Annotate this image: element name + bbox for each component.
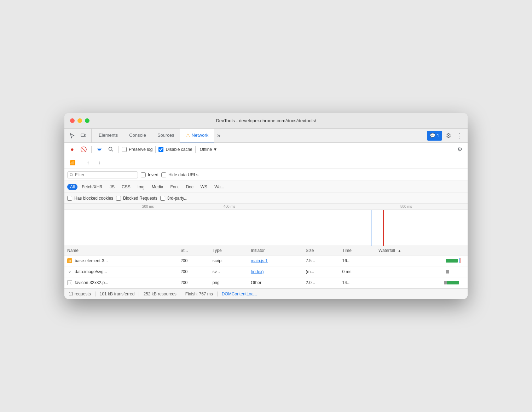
- disable-cache-checkbox[interactable]: [158, 147, 163, 152]
- type-filter-bar: All Fetch/XHR JS CSS Img Media Font Doc …: [64, 181, 468, 193]
- tab-more-btn[interactable]: »: [214, 129, 223, 142]
- blue-line: [371, 210, 371, 246]
- preserve-log-label[interactable]: Preserve log: [122, 147, 152, 152]
- tab-elements[interactable]: Elements: [93, 129, 123, 142]
- type-btn-font[interactable]: Font: [167, 184, 181, 190]
- block-btn[interactable]: 🚫: [79, 145, 88, 154]
- dots-icon: ⋮: [457, 132, 463, 140]
- col-waterfall[interactable]: Waterfall ▲: [376, 246, 468, 255]
- row-initiator-cell: (index): [248, 266, 303, 277]
- filter-icon: [97, 147, 102, 152]
- blocked-requests-label[interactable]: Blocked Requests: [116, 196, 157, 201]
- toolbar-divider-2: [118, 146, 119, 153]
- traffic-lights: [70, 118, 89, 123]
- filter-input-wrap[interactable]: [67, 171, 138, 178]
- upload-icon: ↑: [87, 160, 89, 165]
- timeline-ruler: 200 ms 400 ms 800 ms: [64, 204, 468, 210]
- table-row[interactable]: ⊕ base-element-3... 200 script main.js:1…: [64, 255, 468, 266]
- search-icon: [108, 147, 114, 152]
- invert-label[interactable]: Invert: [141, 172, 158, 177]
- cursor-icon-btn[interactable]: [67, 131, 77, 141]
- tick-400ms: 400 ms: [224, 205, 235, 208]
- has-blocked-cookies-checkbox[interactable]: [67, 196, 72, 201]
- col-time: Time: [340, 246, 376, 255]
- col-initiator: Initiator: [248, 246, 303, 255]
- timeline-graph: [64, 210, 468, 246]
- type-btn-all[interactable]: All: [67, 184, 77, 190]
- row-size-cell: 2.0...: [303, 277, 339, 288]
- type-btn-js[interactable]: JS: [107, 184, 117, 190]
- wf-blue-line: [459, 258, 459, 263]
- minimize-button[interactable]: [77, 118, 82, 123]
- svg-line-6: [72, 175, 73, 176]
- table-row[interactable]: □ favicon-32x32.p... 200 png Other 2.0..…: [64, 277, 468, 288]
- status-divider-2: [139, 292, 139, 296]
- row-size-cell: (m...: [303, 266, 339, 277]
- third-party-label[interactable]: 3rd-party...: [160, 196, 187, 201]
- dom-content-loaded[interactable]: DOMContentLoa...: [222, 292, 257, 296]
- toolbar-row-2: 📶 ↑ ↓: [64, 156, 468, 169]
- type-btn-fetch[interactable]: Fetch/XHR: [79, 184, 105, 190]
- svg-rect-1: [85, 135, 86, 136]
- third-party-checkbox[interactable]: [160, 196, 165, 201]
- row-waterfall-cell: [376, 277, 468, 288]
- row-waterfall-cell: [376, 266, 468, 277]
- col-name: Name: [64, 246, 178, 255]
- wifi-btn[interactable]: 📶: [67, 158, 77, 167]
- maximize-button[interactable]: [85, 118, 89, 123]
- upload-btn[interactable]: ↑: [83, 158, 93, 167]
- row-name-cell: ▿ data:image/svg...: [64, 266, 178, 277]
- status-requests: 11 requests: [69, 292, 91, 296]
- disable-cache-label[interactable]: Disable cache: [158, 147, 192, 152]
- hide-data-urls-checkbox[interactable]: [161, 172, 166, 177]
- tab-console[interactable]: Console: [123, 129, 152, 142]
- devtools-more-btn[interactable]: ⋮: [455, 131, 465, 141]
- block-icon: 🚫: [80, 146, 87, 153]
- toolbar-divider-4: [195, 146, 196, 153]
- row-status-cell: 200: [178, 266, 210, 277]
- close-button[interactable]: [70, 118, 75, 123]
- devtools-settings-btn[interactable]: ⚙: [444, 131, 453, 141]
- record-icon: ●: [70, 146, 74, 153]
- type-btn-media[interactable]: Media: [149, 184, 166, 190]
- filter-btn[interactable]: [94, 145, 104, 154]
- type-btn-img[interactable]: Img: [135, 184, 148, 190]
- filter-input[interactable]: [75, 172, 135, 177]
- network-settings-btn[interactable]: ⚙: [455, 145, 465, 154]
- table-body: ⊕ base-element-3... 200 script main.js:1…: [64, 255, 468, 288]
- window-title: DevTools - developer.chrome.com/docs/dev…: [216, 118, 316, 123]
- download-btn[interactable]: ↓: [94, 158, 104, 167]
- chat-icon: 💬: [430, 133, 435, 138]
- invert-checkbox[interactable]: [141, 172, 146, 177]
- table-row[interactable]: ▿ data:image/svg... 200 sv... (index) (m…: [64, 266, 468, 277]
- chat-badge-btn[interactable]: 💬 1: [427, 131, 442, 141]
- tab-bar-right: 💬 1 ⚙ ⋮: [427, 129, 465, 142]
- row-time-cell: 14...: [340, 277, 376, 288]
- type-btn-wasm[interactable]: Wa...: [212, 184, 227, 190]
- devtools-content: Elements Console Sources ⚠ Network »: [64, 129, 468, 299]
- record-btn[interactable]: ●: [67, 145, 77, 154]
- tab-sources[interactable]: Sources: [152, 129, 180, 142]
- tick-200ms: 200 ms: [142, 205, 154, 208]
- row-initiator-cell: Other: [248, 277, 303, 288]
- has-blocked-cookies-label[interactable]: Has blocked cookies: [67, 196, 113, 201]
- settings-icon: ⚙: [457, 146, 462, 153]
- type-btn-doc[interactable]: Doc: [183, 184, 196, 190]
- cursor-icon: [69, 133, 75, 139]
- type-btn-css[interactable]: CSS: [119, 184, 133, 190]
- hide-data-urls-label[interactable]: Hide data URLs: [161, 172, 198, 177]
- devices-icon: [81, 133, 86, 139]
- filter-search-icon: [70, 173, 74, 177]
- row-status-cell: 200: [178, 277, 210, 288]
- row-type-cell: png: [210, 277, 248, 288]
- type-btn-ws[interactable]: WS: [198, 184, 210, 190]
- throttle-select-btn[interactable]: Offline ▼: [198, 146, 219, 153]
- gear-icon: ⚙: [446, 132, 451, 140]
- search-btn[interactable]: [106, 145, 116, 154]
- preserve-log-checkbox[interactable]: [122, 147, 127, 152]
- row-icon-arrow: ▿: [67, 269, 72, 274]
- tab-network[interactable]: ⚠ Network: [180, 129, 214, 142]
- status-resources: 252 kB resources: [143, 292, 176, 296]
- devices-icon-btn[interactable]: [79, 131, 88, 141]
- blocked-requests-checkbox[interactable]: [116, 196, 121, 201]
